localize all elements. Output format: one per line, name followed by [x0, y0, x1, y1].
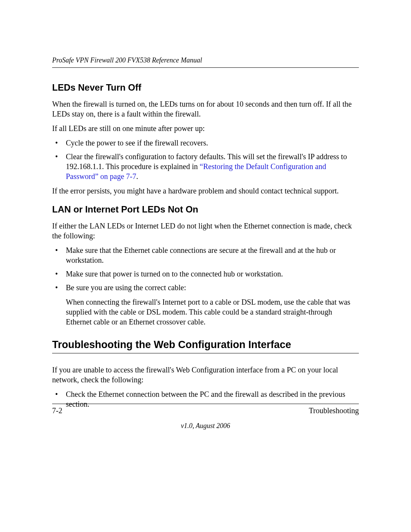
sub-paragraph: When connecting the firewall's Internet … [52, 297, 359, 327]
page-footer: 7-2 Troubleshooting v1.0, August 2006 [52, 404, 359, 430]
list-item: Clear the firewall's configuration to fa… [52, 152, 359, 181]
chapter-name: Troubleshooting [309, 406, 359, 415]
list-item-text: . [136, 172, 138, 181]
list-item: Be sure you are using the correct cable: [52, 283, 359, 292]
footer-rule [52, 404, 359, 404]
list-item: Make sure that power is turned on to the… [52, 269, 359, 279]
bullet-list: Make sure that the Ethernet cable connec… [52, 245, 359, 292]
body-paragraph: If either the LAN LEDs or Internet LED d… [52, 221, 359, 241]
section-rule [52, 353, 359, 353]
version-line: v1.0, August 2006 [52, 422, 359, 430]
list-item: Cycle the power to see if the firewall r… [52, 138, 359, 148]
running-header: ProSafe VPN Firewall 200 FVX538 Referenc… [52, 56, 359, 68]
body-paragraph: If the error persists, you might have a … [52, 186, 359, 196]
heading-leds-never-turn-off: LEDs Never Turn Off [52, 82, 359, 93]
list-item: Make sure that the Ethernet cable connec… [52, 245, 359, 265]
body-paragraph: If all LEDs are still on one minute afte… [52, 123, 359, 133]
bullet-list: Cycle the power to see if the firewall r… [52, 138, 359, 181]
heading-lan-internet-leds: LAN or Internet Port LEDs Not On [52, 204, 359, 215]
page-number: 7-2 [52, 406, 62, 415]
heading-troubleshooting-web-config: Troubleshooting the Web Configuration In… [52, 339, 359, 351]
body-paragraph: If you are unable to access the firewall… [52, 365, 359, 385]
body-paragraph: When the firewall is turned on, the LEDs… [52, 99, 359, 119]
